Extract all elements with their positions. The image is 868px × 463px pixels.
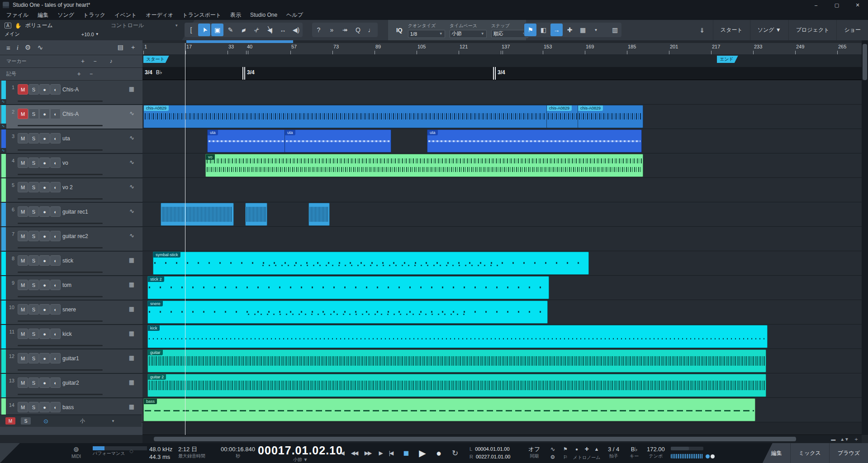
bend-tool-icon[interactable]: ↔ xyxy=(277,24,289,36)
track-lane-vo[interactable]: vo xyxy=(142,153,862,178)
track-name[interactable]: snere xyxy=(62,306,76,313)
menu-item-7[interactable]: 表示 xyxy=(226,10,246,20)
audio-format[interactable]: 48.0 kHz 44.3 ms xyxy=(149,445,172,461)
time-signature-marker[interactable]: 3/4 xyxy=(247,69,255,76)
midi-activity[interactable]: ⊚ MIDI xyxy=(71,445,81,459)
time-signature-marker[interactable]: 3/4 xyxy=(498,69,505,76)
track-volume-slider[interactable] xyxy=(18,272,103,273)
export-icon[interactable]: ⇓ xyxy=(696,24,708,37)
play-loop-icon[interactable]: ↠ xyxy=(339,24,351,36)
track-list-icon[interactable]: ▤ xyxy=(118,43,123,52)
time-seconds[interactable]: 00:00:16.840 秒 xyxy=(221,445,255,459)
loop-left-value[interactable]: 00004.01.01.00 xyxy=(475,446,509,452)
global-solo-button[interactable]: S xyxy=(21,417,31,425)
mute-button[interactable]: M xyxy=(18,280,28,290)
mute-button[interactable]: M xyxy=(18,133,28,143)
cpu-indicator[interactable]: ◌ xyxy=(129,447,133,455)
automation-param-label[interactable]: ボリューム xyxy=(25,22,53,29)
song-key[interactable]: B♭ キー xyxy=(630,445,639,459)
record-arm-button[interactable]: ● xyxy=(39,158,50,168)
rewind-button[interactable]: ◀◀ xyxy=(348,443,360,463)
automation-target-label[interactable]: メイン xyxy=(5,31,20,38)
signature-lane[interactable]: 3/4B♭3/43/4 xyxy=(142,67,862,80)
track-volume-slider[interactable] xyxy=(18,125,103,126)
record-arm-button[interactable]: ● xyxy=(39,255,50,266)
record-arm-button[interactable]: ● xyxy=(39,280,50,290)
automation-expand-icon[interactable]: ∿ xyxy=(0,124,6,129)
menu-item-1[interactable]: 編集 xyxy=(33,10,53,20)
menu-item-9[interactable]: ヘルプ xyxy=(282,10,308,20)
clip-vo[interactable]: vo xyxy=(205,154,643,177)
track-name[interactable]: guitar rec2 xyxy=(62,233,88,239)
track-header-Chis-A[interactable]: 2MS●◐Chis-A∿∿ xyxy=(0,105,142,129)
mute-button[interactable]: M xyxy=(18,109,28,119)
max-record-time[interactable]: 2:12 日 最大録音時間 xyxy=(178,445,205,459)
record-arm-button[interactable]: ● xyxy=(39,353,50,363)
track-setup-icon[interactable]: ⚙ xyxy=(25,43,31,52)
record-arm-button[interactable]: ● xyxy=(39,109,50,119)
auto-mode-icon[interactable]: A xyxy=(5,23,11,29)
monitor-button[interactable]: ◐ xyxy=(50,377,61,388)
record-arm-button[interactable]: ● xyxy=(39,377,50,388)
menu-item-0[interactable]: ファイル xyxy=(2,10,33,20)
timebase-dropdown[interactable]: タイムベース 小節▼ xyxy=(450,23,487,38)
track-lane-Chis-A[interactable] xyxy=(142,80,862,105)
track-header-Chis-A[interactable]: 1MS●◐Chis-A▦∿ xyxy=(0,81,142,105)
timeline-ruler[interactable]: 1173340577389105121137153169185201217233… xyxy=(142,40,862,55)
position-value[interactable]: 00017.01.02.10 xyxy=(258,444,343,457)
track-name[interactable]: guitar2 xyxy=(62,380,79,386)
clip-bass[interactable]: bass xyxy=(143,398,755,421)
quantize-dropdown[interactable]: クオンタイズ 1/8▼ xyxy=(408,23,445,38)
track-header-guitar rec2[interactable]: 7MS●◐guitar rec2∿ xyxy=(0,227,142,252)
page-button-ショー[interactable]: ショー xyxy=(836,20,868,40)
track-volume-slider[interactable] xyxy=(18,149,103,151)
grid-view-icon[interactable]: ▦ xyxy=(577,24,589,36)
monitor-button[interactable]: ◐ xyxy=(50,353,61,363)
vertical-scrollbar[interactable] xyxy=(862,40,868,435)
page-button-ソング[interactable]: ソング ▼ xyxy=(750,20,788,40)
grid-dropdown-icon[interactable]: ▼ xyxy=(590,24,602,36)
track-lane-vo 2[interactable] xyxy=(142,178,862,202)
zoom-in-icon[interactable]: ＋ xyxy=(854,435,859,443)
track-header-snere[interactable]: 10MS●◐snere▦ xyxy=(0,301,142,325)
clip-guitar 2[interactable]: guitar 2 xyxy=(147,374,766,397)
fast-forward-button[interactable]: ▶▶ xyxy=(362,443,374,463)
maximize-button[interactable]: ▢ xyxy=(826,0,847,10)
key-value[interactable]: B♭ xyxy=(631,445,638,453)
iq-toggle[interactable]: IQ xyxy=(396,27,403,33)
record-arm-button[interactable]: ● xyxy=(39,402,50,412)
record-arm-button[interactable]: ● xyxy=(39,329,50,339)
solo-button[interactable]: S xyxy=(28,402,39,412)
track-volume-slider[interactable] xyxy=(18,369,103,371)
clip-uta[interactable]: uta xyxy=(427,129,642,153)
add-symbol-icon[interactable]: ＋ xyxy=(76,70,82,78)
menu-item-4[interactable]: イベント xyxy=(110,10,141,20)
page-button-スタート[interactable]: スタート xyxy=(713,20,750,40)
track-name[interactable]: Chis-A xyxy=(62,86,79,93)
loop-range-values[interactable]: L00004.01.01.00 R00227.01.01.00 xyxy=(470,445,510,461)
record-arm-button[interactable]: ● xyxy=(39,206,50,217)
prev-bar-button[interactable]: ◀ xyxy=(337,443,347,463)
track-header-guitar2[interactable]: 13MS●◐guitar2▦ xyxy=(0,374,142,398)
horizontal-scrollbar[interactable]: ▬ ▲▼ ＋ xyxy=(142,434,862,443)
clip-uta[interactable]: uta xyxy=(285,129,391,153)
play-button[interactable]: ▶ xyxy=(416,443,429,463)
loop-right-value[interactable]: 00227.01.01.00 xyxy=(476,454,510,459)
add-marker-icon[interactable]: ＋ xyxy=(80,57,86,65)
tempo[interactable]: 172.00 テンポ xyxy=(647,445,665,459)
automation-expand-icon[interactable]: ∿ xyxy=(0,99,6,104)
track-volume-slider[interactable] xyxy=(18,394,103,395)
track-lane-Chis-A[interactable]: chis-A0829chis-A0829chis-A0829 xyxy=(142,105,862,129)
start-marker[interactable]: スタート xyxy=(143,56,169,63)
track-list-menu-icon[interactable]: ≡ xyxy=(6,44,10,52)
track-name[interactable]: vo 2 xyxy=(62,184,73,191)
track-name[interactable]: tom xyxy=(62,282,71,288)
track-lane-guitar1[interactable]: guitar xyxy=(142,349,862,373)
marker-out-icon[interactable]: ⚐ xyxy=(561,447,570,463)
tempo-value[interactable]: 172.00 xyxy=(647,445,665,453)
monitor-button[interactable]: ◐ xyxy=(50,133,61,143)
remove-symbol-icon[interactable]: － xyxy=(88,70,94,78)
marker-music-note-icon[interactable]: ♪ xyxy=(110,58,113,64)
track-name[interactable]: Chis-A xyxy=(62,111,79,117)
track-header-uta[interactable]: 3MS●◐uta∿∿ xyxy=(0,129,142,154)
